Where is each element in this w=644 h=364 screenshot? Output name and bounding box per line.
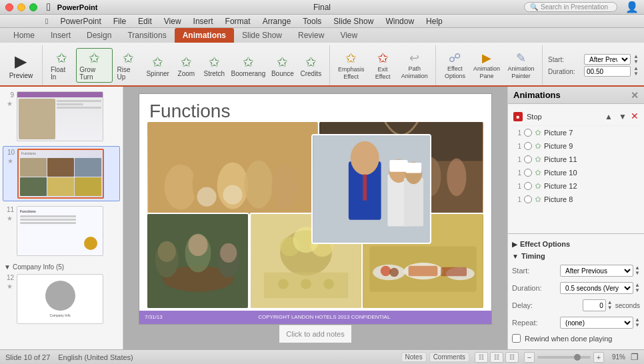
delay-unit-label: seconds: [615, 302, 640, 309]
notes-bar[interactable]: Click to add notes: [279, 325, 351, 343]
start-down-arrow[interactable]: ▼: [633, 59, 639, 65]
group-header-company[interactable]: ▼ Company Info (5): [3, 261, 120, 272]
delete-button[interactable]: ✕: [631, 111, 639, 123]
timing-section[interactable]: ▼ Timing: [512, 250, 640, 262]
slide-thumb-12[interactable]: Company Info: [17, 274, 103, 324]
stop-icon: ■: [513, 112, 523, 121]
slide-item-10[interactable]: 10 ★ Functions: [3, 146, 120, 201]
preview-button[interactable]: ▶ Preview: [5, 49, 37, 82]
slide-thumb-10[interactable]: Functions: [17, 149, 104, 199]
tab-slideshow[interactable]: Slide Show: [234, 28, 290, 43]
tab-transitions[interactable]: Transitions: [119, 28, 174, 43]
window-controls:  PowerPoint: [5, 1, 97, 13]
repeat-down[interactable]: ▼: [635, 323, 640, 328]
tab-review[interactable]: Review: [290, 28, 332, 43]
duration-setting-select[interactable]: 0.5 seconds (Very Fast) 1 second (Fast) …: [560, 282, 633, 294]
thumb-11-title: Functions: [20, 209, 100, 213]
slide-thumb-9[interactable]: [17, 91, 103, 141]
anim-item-picture8[interactable]: 1 ✩ Picture 8: [512, 193, 640, 206]
group-chevron-icon[interactable]: ▼: [4, 263, 11, 271]
fit-window-btn[interactable]: ❐: [631, 352, 639, 362]
start-setting-down[interactable]: ▼: [635, 271, 640, 276]
menu-edit[interactable]: Edit: [133, 15, 157, 27]
anim-boomerang[interactable]: ✩ Boomerang: [229, 53, 267, 79]
tab-view[interactable]: View: [332, 28, 365, 43]
move-down-button[interactable]: ▼: [617, 111, 629, 123]
anim-item-picture12[interactable]: 1 ✩ Picture 12: [512, 179, 640, 193]
start-setting-select[interactable]: After Previous On Click With Previous: [560, 265, 633, 277]
anim-panel-close[interactable]: ✕: [631, 90, 639, 101]
emphasis-effect-button[interactable]: ✩ EmphasisEffect: [335, 49, 367, 82]
minimize-button[interactable]: [17, 3, 25, 11]
animation-painter-button[interactable]: ✎ AnimationPainter: [505, 49, 537, 81]
anim-credits[interactable]: ✩ Credits: [297, 53, 324, 79]
duration-setting-down[interactable]: ▼: [635, 288, 640, 293]
animation-pane-button[interactable]: ▶ AnimationPane: [471, 49, 502, 81]
anim-grow-turn[interactable]: ✩ Grow Turn: [76, 48, 113, 83]
zoom-out-btn[interactable]: −: [524, 352, 535, 363]
delay-input[interactable]: [583, 299, 606, 311]
thumb-11-item-1: [20, 215, 76, 217]
anim-item-picture7[interactable]: 1 ✩ Picture 7: [512, 126, 640, 139]
exit-effect-button[interactable]: ✩ ExitEffect: [369, 49, 396, 82]
tab-insert[interactable]: Insert: [43, 28, 79, 43]
thumb-line-3: [57, 107, 101, 109]
delay-down[interactable]: ▼: [607, 305, 613, 311]
anim-rise-up[interactable]: ✩ Rise Up: [114, 49, 142, 82]
tab-design[interactable]: Design: [79, 28, 119, 43]
slide-canvas[interactable]: Functions: [139, 93, 492, 325]
anim-spinner[interactable]: ✩ Spinner: [144, 53, 171, 79]
photo-collage: [146, 121, 485, 309]
zoom-in-btn[interactable]: +: [593, 352, 604, 363]
repeat-select[interactable]: (none) 2 3 5 Until Next Click: [560, 317, 633, 329]
normal-view-btn[interactable]: ☷: [475, 352, 488, 363]
menu-format[interactable]: Format: [220, 15, 256, 27]
slide-thumb-11[interactable]: Functions: [17, 206, 103, 256]
anim-item-picture11[interactable]: 1 ✩ Picture 11: [512, 153, 640, 166]
close-button[interactable]: [5, 3, 13, 11]
menu-powerpoint[interactable]: PowerPoint: [55, 15, 106, 27]
menu-help[interactable]: Help: [421, 15, 448, 27]
menu-view[interactable]: View: [159, 15, 187, 27]
maximize-button[interactable]: [29, 3, 37, 11]
anim-item-picture9[interactable]: 1 ✩ Picture 9: [512, 139, 640, 153]
menu-tools[interactable]: Tools: [297, 15, 327, 27]
anim-stretch[interactable]: ✩ Stretch: [201, 53, 227, 79]
duration-input[interactable]: [584, 66, 631, 77]
effect-options-section[interactable]: ▶ Effect Options: [512, 238, 640, 250]
menu-insert[interactable]: Insert: [188, 15, 219, 27]
apple-icon[interactable]: : [47, 1, 51, 13]
anim-float-in[interactable]: ✩ Float In: [48, 49, 75, 82]
svg-point-5: [272, 165, 298, 209]
slide-item-11[interactable]: 11 ★ Functions: [3, 204, 120, 258]
menu-slideshow[interactable]: Slide Show: [328, 15, 379, 27]
rewind-checkbox[interactable]: [512, 334, 521, 343]
anim-zoom[interactable]: ✩ Zoom: [173, 53, 199, 79]
move-up-button[interactable]: ▲: [603, 111, 615, 123]
tab-home[interactable]: Home: [5, 28, 43, 43]
effect-options-button[interactable]: ☍ EffectOptions: [441, 49, 468, 81]
search-box[interactable]: 🔍 Search in Presentation: [524, 2, 617, 12]
anim-bounce[interactable]: ✩ Bounce: [269, 53, 296, 79]
zoom-slider[interactable]: [537, 356, 591, 359]
anim-painter-label: AnimationPainter: [507, 65, 534, 80]
comments-button[interactable]: Comments: [429, 352, 469, 362]
anim-panel-header: Animations ✕: [508, 87, 644, 104]
path-animation-button[interactable]: ↩ PathAnimation: [399, 49, 430, 81]
user-icon[interactable]: 👤: [625, 1, 639, 13]
menu-window[interactable]: Window: [380, 15, 419, 27]
slide-item-12[interactable]: 12 ★ Company Info: [3, 272, 120, 326]
anim-item-picture10[interactable]: 1 ✩ Picture 10: [512, 166, 640, 179]
tab-animations[interactable]: Animations: [175, 28, 234, 43]
menu-apple[interactable]: : [40, 15, 53, 27]
slide-item-9[interactable]: 9 ★: [3, 89, 120, 143]
anim-star-3: ✩: [535, 155, 541, 164]
grid-view-btn[interactable]: ☷: [490, 352, 503, 363]
duration-down-arrow[interactable]: ▼: [633, 71, 639, 77]
outline-view-btn[interactable]: ☷: [505, 352, 519, 363]
start-select[interactable]: After Previous On Click With Previous: [584, 54, 631, 65]
menu-file[interactable]: File: [108, 15, 131, 27]
anim-star-4: ✩: [535, 168, 541, 177]
notes-button[interactable]: Notes: [401, 352, 427, 362]
menu-arrange[interactable]: Arrange: [257, 15, 297, 27]
